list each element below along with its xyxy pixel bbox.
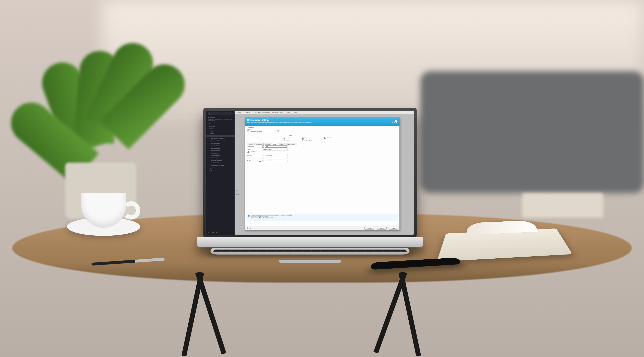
sidebar-store-value: O (209, 113, 210, 114)
toolbar-disable[interactable]: Disable (294, 112, 298, 113)
items-to-publish-heading: Items to publish (284, 135, 396, 136)
content-area: Sched No tas Create new Listing Specify … (234, 114, 414, 235)
sidebar-item-quickbooks[interactable]: QuickBooks Integration (206, 159, 234, 162)
toolbar-delete[interactable]: Delete (280, 112, 284, 113)
done-button[interactable]: Done (389, 227, 398, 230)
chevron-down-icon: ▾ (286, 146, 287, 147)
chk-standard-price[interactable]: ✓ (259, 146, 261, 148)
select-sale-price[interactable]: <don't publish>▾ (265, 154, 288, 156)
toolbar-properties[interactable]: ☰Properties (272, 112, 278, 113)
sidebar-section-import-export[interactable]: ›Import / Export (206, 166, 234, 169)
edit-end-date[interactable]: ✎ (262, 160, 264, 162)
chk-images[interactable]: ✓Images (302, 137, 312, 139)
label-end-date: End Date (247, 160, 258, 162)
sidebar-footer: ⌂ 🔒 ⚙ (206, 230, 234, 235)
toolbar-run-now[interactable]: ▸Run Now Immediately (258, 112, 270, 113)
select-currency[interactable]: Marketplace (Default)▾ (262, 148, 288, 150)
sidebar-item-auto-backup[interactable]: Automated Backup (206, 142, 234, 144)
chevron-right-icon: › (208, 172, 208, 174)
help-link[interactable]: ? Help (246, 227, 251, 229)
select-start-date[interactable]: <don't publish>▾ (265, 157, 288, 159)
chk-publish-sale[interactable]: ✓ (247, 151, 248, 153)
sidebar-item-amazon[interactable]: Amazon Integration (206, 150, 234, 152)
next-button[interactable]: Next >> (377, 227, 387, 230)
cancel-button[interactable]: Cancel (364, 227, 374, 230)
chevron-down-icon: ▾ (286, 149, 287, 150)
wizard-tabs: General Description Inventory Prices Ima… (247, 143, 398, 145)
listing-more-button[interactable]: ⋯ (277, 130, 279, 132)
sidebar-section-reports[interactable]: ›Reports (206, 130, 234, 132)
wizard-subtitle: Specify name for newly created listing a… (247, 122, 398, 123)
toolbar-refresh[interactable]: ⟳Refresh (236, 112, 241, 113)
tab-images[interactable]: Images (278, 143, 285, 145)
tab-inventory[interactable]: Inventory (264, 143, 272, 145)
toolbar-run[interactable]: ▸Run (254, 112, 257, 113)
help-icon: ? (246, 227, 248, 229)
sidebar-favorites-note: To add an item to the primary right-clic… (206, 118, 234, 122)
edit-start-date[interactable]: ✎ (262, 157, 264, 159)
select-standard-price[interactable]: Price▾ (265, 145, 288, 148)
select-end-date[interactable]: <don't publish>▾ (265, 160, 288, 162)
chevron-down-icon: ⌄ (208, 133, 209, 134)
bg-label-note: No tas (236, 194, 245, 195)
wizard-title: Create new Listing (247, 119, 398, 122)
toolbar-add-task[interactable]: +Add Task (244, 112, 250, 113)
chk-classification[interactable]: Classification (324, 137, 332, 139)
sidebar-section-addons[interactable]: ⌄Addons (206, 132, 234, 135)
plus-icon: + (244, 112, 245, 113)
wizard-banner: Create new Listing Specify name for newl… (245, 118, 400, 126)
tab-shipping[interactable]: Shipping Options (285, 143, 297, 145)
bg-label-sched: Sched (236, 190, 245, 192)
chevron-right-icon: › (208, 170, 208, 171)
chk-start-date[interactable] (259, 157, 261, 159)
wizard-window: Create new Listing Specify name for newl… (245, 118, 400, 230)
listing-name-label: Listing Name (247, 127, 398, 128)
gear-icon[interactable]: ⚙ (216, 232, 218, 234)
tab-description[interactable]: Description (254, 143, 264, 145)
play-now-icon: ▸ (258, 112, 259, 113)
chevron-down-icon: ▾ (286, 154, 287, 156)
sidebar-item-ebay[interactable]: eBay Integration (206, 152, 234, 154)
sidebar-store-select[interactable]: O ⌄ (208, 112, 233, 114)
chevron-right-icon: › (208, 126, 208, 127)
sidebar: O ⌄ ★ Favorites To add an item to the pr… (206, 110, 234, 235)
sidebar-item-active-tasks[interactable]: Show Active Scheduled Tasks (206, 140, 234, 142)
sidebar-item-scheduled-tasks[interactable]: Show scheduled tasks (206, 135, 234, 137)
play-icon: ▸ (254, 112, 254, 113)
toolbar-enable[interactable]: Enable (287, 112, 290, 113)
sidebar-item-auto-export[interactable]: Automated Export (206, 147, 234, 150)
new-listing-label: New Listing (247, 128, 398, 130)
chk-end-date[interactable] (259, 160, 261, 162)
listing-name-select[interactable]: New Listing: New Listing ▾ (250, 130, 276, 132)
sidebar-item-open-scheduler[interactable]: Open Windows Scheduler (206, 137, 234, 140)
sidebar-item-auto-import[interactable]: Automated Import (206, 144, 234, 147)
edit-sale-price[interactable]: ✎ (262, 154, 264, 156)
chk-prices[interactable]: ✓Prices (284, 139, 290, 141)
sidebar-section-tools[interactable]: ›Tools (206, 169, 234, 172)
tab-general[interactable]: General (247, 143, 254, 145)
properties-icon: ☰ (272, 112, 273, 113)
home-icon[interactable]: ⌂ (208, 232, 210, 234)
sidebar-item-quickbooks-online[interactable]: QuickBooks Online (206, 162, 234, 164)
sidebar-section-catalog[interactable]: ›Catalog (206, 122, 234, 125)
label-sale-price: Sale Price (247, 154, 258, 156)
chevron-down-icon: ▾ (275, 131, 276, 132)
sidebar-item-icecat[interactable]: ICEcat Integration (206, 154, 234, 157)
sidebar-section-orders[interactable]: ›Orders (206, 127, 234, 130)
chevron-right-icon: › (208, 123, 208, 124)
sidebar-section-customers[interactable]: ›Customers (206, 125, 234, 127)
tab-prices[interactable]: Prices (272, 143, 278, 145)
lock-icon[interactable]: 🔒 (212, 232, 214, 234)
chevron-right-icon: › (208, 128, 208, 129)
sidebar-item-pdf-catalog[interactable]: PDF Catalog Creator (206, 157, 234, 159)
sidebar-favorites-header[interactable]: ★ Favorites (206, 116, 234, 118)
tab-content-prices: Standard Price ✓ ✎ Price▾ Currency Marke… (247, 145, 398, 215)
chk-inventory[interactable]: ✓Inventory (284, 137, 290, 139)
chk-shipping[interactable]: ✓Shipping Options (302, 139, 312, 141)
edit-standard-price[interactable]: ✎ (262, 145, 264, 148)
listing-icon[interactable]: 📄 (247, 130, 249, 132)
chevron-down-icon: ▾ (286, 160, 287, 162)
sidebar-section-more[interactable]: › (206, 172, 234, 174)
label-start-date: Start Date (247, 157, 258, 158)
sidebar-item-usps[interactable]: USPS Shipping Management (206, 164, 234, 166)
